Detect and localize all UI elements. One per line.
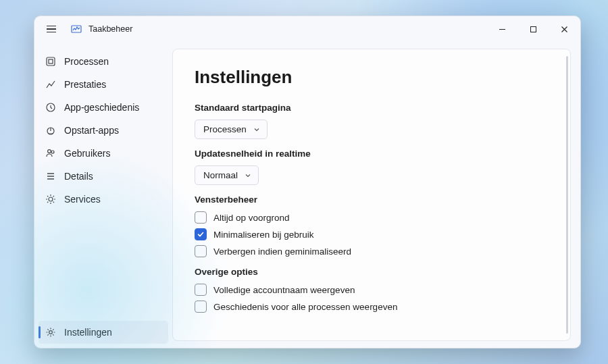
content-panel: Instellingen Standaard startpagina Proce… bbox=[172, 49, 571, 341]
checkbox-hide-minimized[interactable] bbox=[195, 245, 207, 257]
svg-point-6 bbox=[48, 150, 51, 153]
svg-rect-2 bbox=[47, 57, 55, 66]
default-startpage-select[interactable]: Processen bbox=[195, 120, 268, 139]
scrollbar[interactable] bbox=[566, 56, 568, 334]
checkbox-history-all-processes[interactable] bbox=[195, 301, 207, 313]
chevron-down-icon bbox=[245, 172, 251, 179]
app-icon bbox=[71, 24, 82, 34]
sidebar-item-details[interactable]: Details bbox=[39, 165, 168, 188]
checkbox-label: Altijd op voorgrond bbox=[213, 213, 290, 223]
sidebar-item-label: Instellingen bbox=[64, 327, 112, 338]
window-title: Taakbeheer bbox=[88, 24, 132, 34]
select-value: Processen bbox=[203, 124, 247, 134]
checkbox-label: Minimaliseren bij gebruik bbox=[213, 230, 314, 240]
window: Taakbeheer Processen Prestaties App-gesc… bbox=[34, 16, 581, 348]
checkbox-minimize-on-use[interactable] bbox=[195, 228, 207, 240]
performance-icon bbox=[45, 79, 56, 90]
users-icon bbox=[45, 148, 56, 159]
page-title: Instellingen bbox=[195, 67, 549, 88]
maximize-button[interactable] bbox=[520, 19, 547, 39]
svg-point-9 bbox=[49, 331, 53, 334]
sidebar-item-label: Prestaties bbox=[64, 79, 106, 90]
details-icon bbox=[45, 171, 56, 182]
hamburger-menu-button[interactable] bbox=[40, 19, 63, 39]
chevron-down-icon bbox=[253, 126, 260, 133]
select-value: Normaal bbox=[203, 170, 238, 180]
processes-icon bbox=[45, 56, 56, 67]
services-icon bbox=[45, 194, 56, 205]
sidebar-item-history[interactable]: App-geschiedenis bbox=[39, 96, 168, 119]
sidebar-item-label: Services bbox=[64, 194, 101, 205]
section-label-startpage: Standaard startpagina bbox=[195, 103, 549, 113]
svg-rect-1 bbox=[530, 26, 536, 32]
checkbox-label: Verbergen indien geminimaliseerd bbox=[213, 246, 351, 257]
checkmark-icon bbox=[197, 230, 205, 238]
history-icon bbox=[45, 102, 56, 113]
sidebar-item-settings[interactable]: Instellingen bbox=[39, 321, 168, 344]
sidebar: Processen Prestaties App-geschiedenis Op… bbox=[34, 42, 172, 348]
sidebar-item-users[interactable]: Gebruikers bbox=[39, 142, 168, 165]
minimize-button[interactable] bbox=[488, 19, 515, 39]
titlebar: Taakbeheer bbox=[34, 16, 580, 42]
checkbox-label: Volledige accountnaam weergeven bbox=[213, 285, 355, 295]
section-label-other: Overige opties bbox=[195, 267, 549, 277]
svg-rect-3 bbox=[49, 59, 53, 63]
sidebar-item-label: Gebruikers bbox=[64, 148, 110, 159]
sidebar-item-label: Opstart-apps bbox=[64, 125, 119, 136]
sidebar-item-processes[interactable]: Processen bbox=[39, 50, 168, 73]
section-label-update-speed: Updatesnelheid in realtime bbox=[195, 149, 549, 159]
sidebar-item-startup[interactable]: Opstart-apps bbox=[39, 119, 168, 142]
checkbox-always-on-top[interactable] bbox=[195, 211, 207, 224]
startup-icon bbox=[45, 125, 56, 136]
close-button[interactable] bbox=[551, 19, 578, 39]
checkbox-full-account-name[interactable] bbox=[195, 284, 207, 296]
svg-point-8 bbox=[49, 197, 53, 201]
sidebar-item-label: Processen bbox=[64, 56, 109, 67]
svg-point-7 bbox=[51, 151, 54, 153]
sidebar-item-performance[interactable]: Prestaties bbox=[39, 73, 168, 96]
section-label-window-mgmt: Vensterbeheer bbox=[195, 194, 549, 205]
gear-icon bbox=[45, 327, 56, 338]
update-speed-select[interactable]: Normaal bbox=[195, 165, 259, 185]
sidebar-item-label: Details bbox=[64, 171, 93, 182]
sidebar-item-services[interactable]: Services bbox=[39, 188, 168, 211]
sidebar-item-label: App-geschiedenis bbox=[64, 102, 139, 113]
checkbox-label: Geschiedenis voor alle processen weergev… bbox=[213, 302, 397, 312]
